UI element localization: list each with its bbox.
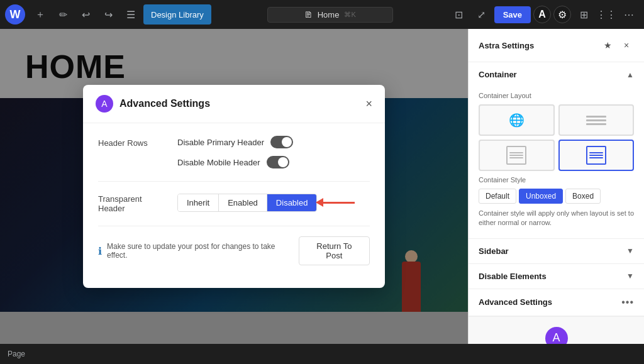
layout-option-framed[interactable]	[558, 140, 635, 171]
settings-icon[interactable]: ⚙	[553, 6, 571, 23]
panel-promo: A Unlock your full design potential and …	[469, 316, 644, 344]
layout-box-icon	[506, 146, 526, 165]
advanced-settings-modal: A Advanced Settings × Header Rows Disabl…	[83, 85, 385, 288]
wp-logo[interactable]: W	[5, 4, 25, 25]
modal-close-button[interactable]: ×	[365, 98, 372, 109]
toolbar-right: ⊡ ⤢ Save A ⚙ ⊞ ⋮⋮ ⋯	[449, 4, 639, 25]
container-section-title: Container	[479, 70, 517, 79]
panel-toggle-button[interactable]: ⋮⋮	[596, 4, 616, 25]
disable-mobile-header-label: Disable Mobile Header	[177, 158, 260, 167]
style-default-button[interactable]: Default	[479, 189, 516, 204]
framed-line-3	[589, 157, 603, 158]
toolbar: W ＋ ✏ ↩ ↪ ☰ Design Library 🖹 Home ⌘K ⊡ ⤢…	[0, 0, 644, 29]
header-rows-controls: Disable Primary Header Disable Mobile He…	[177, 136, 293, 168]
layout-line-1	[586, 116, 606, 118]
disabled-button[interactable]: Disabled	[267, 194, 317, 211]
globe-icon: 🌐	[509, 113, 525, 128]
container-style-note: Container style will apply only when lay…	[479, 209, 634, 228]
panel-close-button[interactable]: ×	[619, 38, 634, 53]
container-section-header[interactable]: Container ▲	[469, 62, 644, 87]
layout-framed-icon	[586, 146, 606, 165]
star-button[interactable]: ★	[600, 38, 615, 53]
arrow-line	[323, 202, 355, 204]
layout-line-3	[586, 123, 606, 125]
disable-elements-chevron-icon: ▼	[626, 272, 634, 280]
disable-mobile-header-row: Disable Mobile Header	[177, 156, 293, 168]
main-area: HOME Explore the Colourful World A Wonde…	[0, 29, 644, 344]
modal-body: Header Rows Disable Primary Header Disab…	[83, 123, 385, 288]
container-style-label: Container Style	[479, 176, 634, 184]
disable-elements-section: Disable Elements ▼	[469, 264, 644, 289]
style-options: Default Unboxed Boxed	[479, 189, 634, 204]
canvas: HOME Explore the Colourful World A Wonde…	[0, 29, 468, 344]
arrow-annotation	[316, 198, 355, 207]
panel-title: Astra Settings	[479, 41, 534, 50]
transparent-header-row: Transparent Header Inherit Enabled Disab…	[98, 192, 370, 213]
header-rows-row: Header Rows Disable Primary Header Disab…	[98, 136, 370, 168]
advanced-settings-section-header[interactable]: Advanced Settings •••	[469, 289, 644, 316]
disable-primary-header-toggle[interactable]	[270, 136, 293, 148]
sidebar-section: Sidebar ▼	[469, 239, 644, 264]
url-bar[interactable]: 🖹 Home ⌘K	[267, 7, 393, 23]
responsive-button[interactable]: ⊞	[574, 4, 594, 25]
toolbar-center: 🖹 Home ⌘K	[214, 7, 447, 23]
transparent-header-controls: Inherit Enabled Disabled	[177, 194, 317, 212]
box-line-2	[509, 155, 523, 156]
style-unboxed-button[interactable]: Unboxed	[519, 189, 563, 204]
redo-button[interactable]: ↪	[98, 4, 118, 25]
notice-icon: ℹ	[98, 245, 102, 257]
layout-options: 🌐	[479, 104, 634, 171]
modal-overlay: A Advanced Settings × Header Rows Disabl…	[0, 29, 468, 344]
container-section-content: Container Layout 🌐	[469, 87, 644, 238]
layout-option-globe[interactable]: 🌐	[479, 104, 555, 136]
layout-option-box[interactable]	[479, 140, 555, 171]
page-icon: 🖹	[304, 10, 313, 19]
layout-line-2	[586, 119, 606, 121]
edit-button[interactable]: ✏	[53, 4, 73, 25]
box-line-3	[509, 157, 523, 158]
container-chevron-icon: ▲	[626, 70, 634, 79]
disable-elements-section-title: Disable Elements	[479, 272, 547, 281]
external-link-button[interactable]: ⤢	[472, 4, 492, 25]
disable-mobile-header-toggle[interactable]	[267, 156, 289, 168]
enabled-button[interactable]: Enabled	[219, 194, 267, 211]
disable-primary-header-label: Disable Primary Header	[177, 138, 264, 147]
framed-line-1	[589, 152, 603, 153]
layout-option-lines[interactable]	[558, 104, 635, 136]
sidebar-section-title: Sidebar	[479, 246, 509, 256]
undo-button[interactable]: ↩	[75, 4, 96, 25]
astra-icon[interactable]: A	[533, 6, 551, 23]
disable-elements-section-header[interactable]: Disable Elements ▼	[469, 264, 644, 289]
return-to-post-button[interactable]: Return To Post	[299, 236, 370, 265]
notice-text: Make sure to update your post for change…	[107, 242, 294, 260]
layout-box-inner	[509, 152, 523, 158]
container-section: Container ▲ Container Layout 🌐	[469, 62, 644, 239]
right-panel: Astra Settings ★ × Container ▲ Container…	[468, 29, 644, 344]
transparent-header-btn-group: Inherit Enabled Disabled	[177, 194, 317, 212]
preview-button[interactable]: ⊡	[449, 4, 469, 25]
layout-lines-icon	[586, 116, 606, 125]
modal-header: A Advanced Settings ×	[83, 85, 385, 123]
modal-logo: A	[96, 95, 113, 113]
list-view-button[interactable]: ☰	[121, 4, 141, 25]
add-button[interactable]: ＋	[30, 4, 50, 25]
container-layout-label: Container Layout	[479, 92, 634, 99]
panel-header-icons: ★ ×	[600, 38, 634, 53]
more-options-button[interactable]: ⋯	[619, 4, 639, 25]
modal-notice: ℹ Make sure to update your post for chan…	[98, 236, 370, 265]
header-rows-label: Header Rows	[98, 136, 167, 148]
sidebar-section-header[interactable]: Sidebar ▼	[469, 239, 644, 263]
page-label: Page	[8, 350, 25, 358]
modal-divider-2	[98, 226, 370, 226]
sidebar-chevron-icon: ▼	[626, 246, 634, 255]
arrow-head	[316, 198, 323, 207]
save-button[interactable]: Save	[494, 6, 531, 23]
inherit-button[interactable]: Inherit	[178, 194, 219, 211]
advanced-settings-dots[interactable]: •••	[621, 297, 634, 308]
bottom-bar: Page	[0, 344, 644, 364]
framed-line-2	[589, 155, 603, 156]
promo-logo: A	[545, 327, 568, 344]
box-line-1	[509, 152, 523, 153]
design-library-button[interactable]: Design Library	[143, 4, 211, 25]
style-boxed-button[interactable]: Boxed	[565, 189, 601, 204]
